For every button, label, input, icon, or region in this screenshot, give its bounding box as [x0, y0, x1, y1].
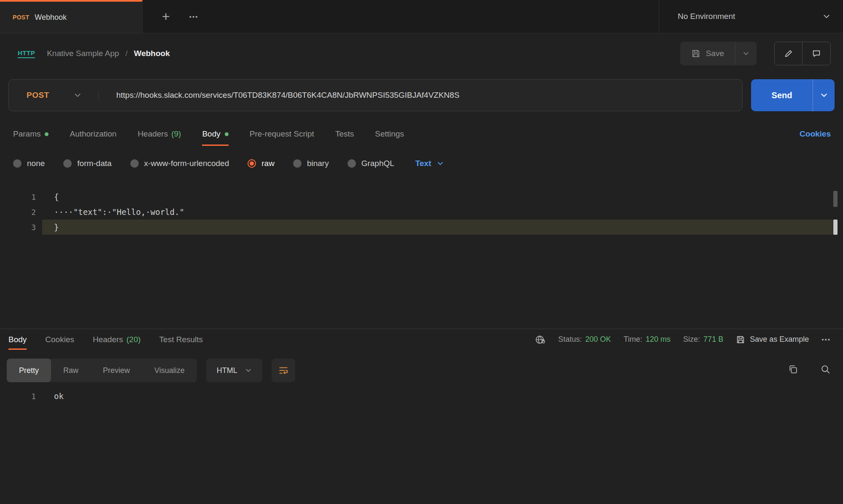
response-status-bar: Status: 200 OK Time: 120 ms Size: 771 B …: [535, 329, 831, 350]
save-as-example-button[interactable]: Save as Example: [736, 335, 809, 344]
response-tab-test-results[interactable]: Test Results: [159, 329, 203, 350]
send-options-button[interactable]: [813, 79, 835, 111]
time-value: 120 ms: [646, 335, 671, 344]
response-tab-headers-label: Headers: [93, 335, 123, 344]
code-line-current: 3 }: [0, 220, 843, 235]
tab-strip: POST Webhook + ••• No Environment: [0, 0, 843, 33]
line-number: 1: [0, 193, 42, 201]
method-label: POST: [27, 91, 49, 100]
breadcrumb-request-name[interactable]: Webhook: [134, 49, 170, 58]
radio-icon: [13, 159, 22, 168]
copy-response-button[interactable]: [788, 364, 798, 377]
time-label: Time:: [624, 335, 642, 344]
body-type-form-data[interactable]: form-data: [63, 159, 111, 168]
response-format-label: HTML: [217, 366, 237, 375]
tab-tests-label: Tests: [335, 129, 354, 139]
save-options-button[interactable]: [735, 42, 757, 65]
url-bar: POST https://hooks.slack.com/services/T0…: [8, 79, 743, 111]
body-type-urlencoded[interactable]: x-www-form-urlencoded: [130, 159, 229, 168]
tab-params-label: Params: [13, 129, 40, 139]
body-type-binary-label: binary: [307, 159, 329, 168]
tab-settings-label: Settings: [375, 129, 404, 139]
response-format-dropdown[interactable]: HTML: [206, 359, 262, 382]
cookies-link[interactable]: Cookies: [800, 129, 831, 139]
tab-params[interactable]: Params: [13, 122, 48, 146]
response-tab-body[interactable]: Body: [8, 329, 27, 350]
pencil-icon: [784, 49, 793, 58]
tab-headers[interactable]: Headers (9): [137, 122, 181, 146]
view-mode-preview[interactable]: Preview: [91, 359, 142, 382]
body-type-form-data-label: form-data: [77, 159, 111, 168]
response-options-button[interactable]: •••: [821, 336, 831, 343]
environment-label: No Environment: [678, 12, 735, 21]
tab-body-label: Body: [202, 129, 220, 139]
tab-pre-request-script[interactable]: Pre-request Script: [250, 122, 314, 146]
body-dot-indicator: [225, 132, 229, 136]
request-body-editor[interactable]: 1 { 2 ····"text":·"Hello,·world." 3 }: [0, 189, 843, 328]
line-number: 2: [0, 208, 42, 217]
comment-icon: [812, 49, 821, 58]
method-dropdown[interactable]: POST: [21, 91, 98, 100]
environment-selector[interactable]: No Environment: [659, 0, 843, 33]
body-type-binary[interactable]: binary: [293, 159, 329, 168]
body-type-graphql[interactable]: GraphQL: [347, 159, 394, 168]
editor-scrollbar-thumb[interactable]: [833, 191, 838, 207]
save-icon: [691, 49, 700, 58]
request-meta-row: HTTP Knative Sample App / Webhook Save: [0, 34, 843, 73]
copy-icon: [788, 364, 798, 375]
body-type-raw[interactable]: raw: [248, 159, 275, 168]
headers-count: (9): [171, 129, 181, 139]
status-indicator: Status: 200 OK: [558, 335, 611, 344]
tab-options-button[interactable]: •••: [189, 13, 199, 20]
response-tab-cookies[interactable]: Cookies: [45, 329, 74, 350]
edit-request-button[interactable]: [775, 42, 803, 65]
save-button-group: Save: [680, 42, 757, 65]
body-type-urlencoded-label: x-www-form-urlencoded: [144, 159, 229, 168]
new-tab-button[interactable]: +: [162, 10, 170, 23]
send-button[interactable]: Send: [751, 79, 813, 111]
chevron-down-icon: [74, 91, 81, 99]
view-mode-pretty[interactable]: Pretty: [7, 359, 51, 382]
search-response-button[interactable]: [820, 364, 831, 377]
raw-language-dropdown[interactable]: Text: [415, 159, 444, 168]
editor-cursor-marker: [833, 220, 838, 235]
chevron-down-icon: [437, 160, 444, 167]
body-type-none[interactable]: none: [13, 159, 45, 168]
tab-body[interactable]: Body: [202, 122, 228, 146]
view-mode-raw[interactable]: Raw: [51, 359, 91, 382]
open-request-tab[interactable]: POST Webhook: [0, 0, 143, 33]
chevron-down-icon: [820, 91, 828, 99]
status-label: Status:: [558, 335, 582, 344]
radio-icon: [293, 159, 302, 168]
code-line: 2 ····"text":·"Hello,·world.": [0, 204, 843, 220]
url-input[interactable]: https://hooks.slack.com/services/T06TD83…: [98, 91, 730, 100]
breadcrumb-separator: /: [125, 49, 127, 58]
radio-selected-icon: [248, 159, 256, 168]
view-mode-visualize[interactable]: Visualize: [142, 359, 197, 382]
response-body-viewer[interactable]: 1 ok: [0, 389, 843, 404]
size-indicator: Size: 771 B: [683, 335, 723, 344]
request-tabs: Params Authorization Headers (9) Body Pr…: [13, 122, 831, 146]
response-text: ok: [54, 391, 64, 401]
code-text: ····"text":·"Hello,·world.": [54, 207, 184, 217]
response-tab-body-label: Body: [8, 335, 27, 344]
response-tab-test-results-label: Test Results: [159, 335, 203, 344]
wrap-lines-icon: [278, 365, 289, 376]
time-indicator: Time: 120 ms: [624, 335, 671, 344]
response-tab-headers[interactable]: Headers (20): [93, 329, 141, 350]
code-text: {: [54, 192, 59, 201]
save-icon: [736, 335, 745, 344]
comments-button[interactable]: [803, 42, 830, 65]
breadcrumb-collection[interactable]: Knative Sample App: [47, 49, 119, 58]
tab-authorization[interactable]: Authorization: [70, 122, 116, 146]
tab-settings[interactable]: Settings: [375, 122, 404, 146]
wrap-lines-button[interactable]: [272, 359, 295, 382]
line-number: 1: [0, 392, 42, 401]
save-button[interactable]: Save: [680, 42, 735, 65]
response-line: 1 ok: [0, 389, 843, 404]
tab-tests[interactable]: Tests: [335, 122, 354, 146]
network-ssl-icon[interactable]: [535, 334, 546, 345]
chevron-down-icon: [245, 367, 252, 374]
chevron-down-icon: [823, 13, 830, 20]
save-button-label: Save: [706, 49, 724, 58]
